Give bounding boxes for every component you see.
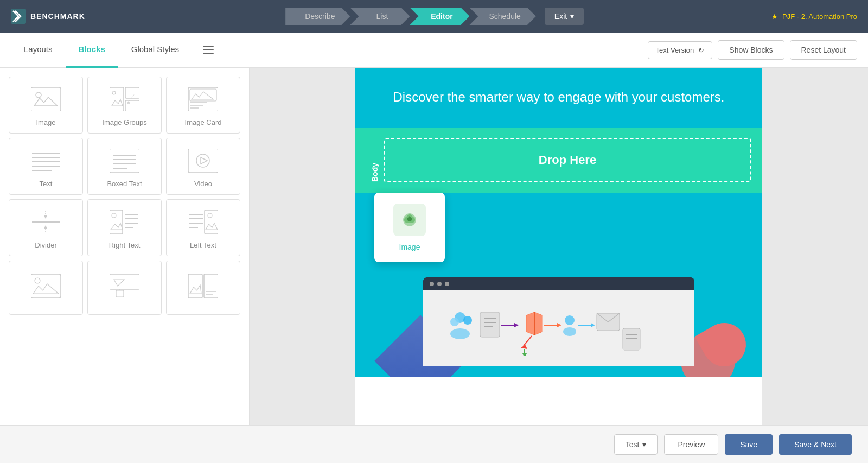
body-label: Body bbox=[366, 138, 384, 182]
block-icon-image bbox=[30, 86, 62, 113]
drag-image-card[interactable]: Image bbox=[374, 193, 445, 262]
block-item-video[interactable]: Video bbox=[166, 138, 240, 195]
left-panel: Image Image Groups bbox=[0, 68, 250, 425]
block-item-row4b[interactable] bbox=[87, 261, 162, 315]
chevron-down-icon: ▾ bbox=[570, 12, 574, 21]
svg-rect-46 bbox=[110, 274, 139, 289]
toolbar: Layouts Blocks Global Styles Text Versio… bbox=[0, 33, 868, 68]
svg-marker-75 bbox=[522, 353, 527, 356]
svg-rect-1 bbox=[31, 87, 61, 111]
logo: BENCHMARK bbox=[11, 9, 98, 24]
svg-marker-31 bbox=[44, 225, 47, 229]
svg-point-33 bbox=[112, 213, 116, 218]
bottom-bar: Test ▾ Preview Save Save & Next bbox=[0, 425, 868, 463]
save-button[interactable]: Save bbox=[725, 434, 773, 455]
svg-marker-26 bbox=[201, 157, 207, 164]
svg-point-54 bbox=[463, 316, 472, 325]
show-blocks-button[interactable]: Show Blocks bbox=[718, 40, 784, 60]
block-label-text: Text bbox=[40, 180, 53, 188]
svg-rect-32 bbox=[110, 210, 123, 234]
hamburger-button[interactable] bbox=[196, 42, 220, 58]
nav-step-schedule[interactable]: Schedule bbox=[469, 8, 535, 25]
refresh-icon: ↻ bbox=[698, 46, 704, 54]
drop-here-text: Drop Here bbox=[539, 153, 596, 167]
block-icon-row4b bbox=[108, 272, 141, 300]
svg-point-56 bbox=[450, 328, 470, 339]
block-label-video: Video bbox=[194, 180, 212, 188]
block-icon-row4c bbox=[187, 272, 220, 300]
block-icon-right-text bbox=[108, 208, 141, 236]
block-item-image-groups[interactable]: Image Groups bbox=[87, 77, 162, 134]
star-icon: ★ bbox=[771, 12, 778, 21]
block-label-right-text: Right Text bbox=[109, 241, 141, 249]
block-label-image-card: Image Card bbox=[185, 118, 222, 126]
top-nav: BENCHMARK Describe List Editor Schedule … bbox=[0, 0, 868, 33]
nav-steps: Describe List Editor Schedule Exit ▾ bbox=[98, 8, 771, 25]
svg-rect-76 bbox=[623, 328, 640, 350]
tab-layouts[interactable]: Layouts bbox=[11, 33, 66, 68]
block-item-image[interactable]: Image bbox=[9, 77, 83, 134]
block-item-row4a[interactable] bbox=[9, 261, 83, 315]
svg-line-65 bbox=[524, 336, 532, 346]
hamburger-icon bbox=[203, 46, 214, 47]
svg-marker-72 bbox=[591, 323, 595, 327]
block-icon-text bbox=[30, 147, 62, 174]
svg-point-69 bbox=[565, 315, 575, 325]
block-label-image-groups: Image Groups bbox=[102, 118, 146, 126]
svg-point-6 bbox=[112, 91, 116, 94]
block-label-image: Image bbox=[36, 118, 55, 126]
block-item-text[interactable]: Text bbox=[9, 138, 83, 195]
block-item-row4c[interactable] bbox=[166, 261, 240, 315]
block-item-boxed-text[interactable]: Boxed Text bbox=[87, 138, 162, 195]
svg-rect-24 bbox=[188, 149, 218, 173]
save-next-button[interactable]: Save & Next bbox=[779, 434, 852, 455]
user-info: ★ PJF - 2. Automation Pro bbox=[771, 12, 857, 21]
svg-rect-19 bbox=[110, 149, 139, 173]
reset-layout-button[interactable]: Reset Layout bbox=[790, 40, 858, 60]
svg-point-2 bbox=[36, 92, 41, 98]
block-label-boxed-text: Boxed Text bbox=[107, 180, 142, 188]
canvas-header-block: Discover the smarter way to engage with … bbox=[355, 68, 762, 126]
svg-point-45 bbox=[35, 278, 40, 283]
blocks-grid: Image Image Groups bbox=[9, 77, 240, 315]
svg-marker-30 bbox=[44, 215, 47, 219]
exit-button[interactable]: Exit ▾ bbox=[545, 8, 584, 25]
block-label-left-text: Left Text bbox=[190, 241, 216, 249]
block-icon-video bbox=[187, 147, 220, 174]
svg-rect-47 bbox=[116, 290, 124, 297]
nav-step-editor[interactable]: Editor bbox=[410, 8, 469, 25]
block-item-image-card[interactable]: Image Card bbox=[166, 77, 240, 134]
nav-step-describe[interactable]: Describe bbox=[285, 8, 350, 25]
drop-zone[interactable]: Drop Here bbox=[384, 138, 751, 182]
chevron-down-icon: ▾ bbox=[642, 440, 646, 449]
text-version-button[interactable]: Text Version ↻ bbox=[648, 41, 713, 59]
preview-button[interactable]: Preview bbox=[664, 434, 718, 455]
block-item-right-text[interactable]: Right Text bbox=[87, 199, 162, 256]
canvas-drop-area[interactable]: Body Drop Here bbox=[355, 126, 762, 193]
block-icon-divider bbox=[30, 208, 62, 236]
browser-mockup bbox=[423, 277, 694, 366]
tab-blocks[interactable]: Blocks bbox=[66, 33, 118, 68]
block-icon-row4a bbox=[30, 272, 62, 300]
block-label-divider: Divider bbox=[35, 241, 56, 249]
main-area: Image Image Groups bbox=[0, 68, 868, 425]
svg-point-55 bbox=[450, 318, 459, 326]
block-icon-boxed-text bbox=[108, 147, 141, 174]
block-item-divider[interactable]: Divider bbox=[9, 199, 83, 256]
svg-point-43 bbox=[208, 213, 212, 218]
nav-step-list[interactable]: List bbox=[350, 8, 410, 25]
svg-point-70 bbox=[563, 327, 576, 336]
block-item-left-text[interactable]: Left Text bbox=[166, 199, 240, 256]
drag-card-icon bbox=[393, 204, 426, 236]
block-icon-image-card bbox=[187, 86, 220, 113]
svg-rect-3 bbox=[110, 87, 124, 111]
svg-rect-57 bbox=[480, 312, 500, 337]
test-button[interactable]: Test ▾ bbox=[614, 434, 658, 455]
browser-content bbox=[423, 290, 694, 366]
tab-global-styles[interactable]: Global Styles bbox=[118, 33, 192, 68]
logo-text: BENCHMARK bbox=[30, 12, 85, 21]
browser-bar bbox=[423, 277, 694, 290]
svg-marker-68 bbox=[557, 323, 561, 327]
editor-canvas: Discover the smarter way to engage with … bbox=[250, 68, 868, 425]
block-icon-left-text bbox=[187, 208, 220, 236]
